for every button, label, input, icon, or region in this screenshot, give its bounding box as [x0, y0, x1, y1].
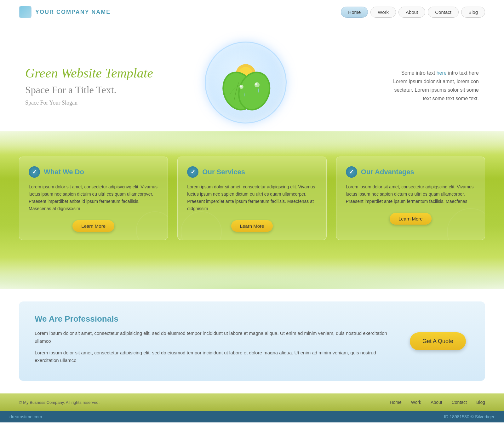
footer-nav-home[interactable]: Home: [390, 400, 401, 405]
globe-graphic: [205, 42, 287, 123]
check-icon-2: ✓: [187, 166, 198, 178]
card-footer-1: Learn More: [29, 220, 158, 232]
hero-center: [198, 42, 293, 123]
card-what-we-do: ✓ What We Do Lorem ipsum dolor sit amet,…: [19, 157, 168, 240]
svg-point-9: [255, 83, 257, 85]
footer: © My Busness Company. All rights reserve…: [0, 393, 504, 411]
watermark-right: ID 18981530 © Silvertiger: [444, 414, 495, 419]
footer-navigation: Home Work About Contact Blog: [390, 400, 485, 405]
get-quote-button[interactable]: Get A Quote: [410, 332, 466, 350]
card-header-2: ✓ Our Services: [187, 166, 317, 178]
logo-text: YOUR COMPANY NAME: [35, 9, 111, 15]
navigation: Home Work About Contact Blog: [341, 7, 485, 18]
footer-nav-blog[interactable]: Blog: [476, 400, 485, 405]
card-text-2: Lorem ipsum dolor sit amet, consectetur …: [187, 183, 317, 212]
nav-about[interactable]: About: [398, 7, 425, 18]
card-text-1: Lorem ipsum dolor sit amet, consectetur …: [29, 183, 158, 212]
hero-right: Some intro text here intro text here Lor…: [293, 69, 479, 103]
card-text-3: Lorem ipsum dolor sit amet, consectetur …: [346, 183, 475, 205]
nav-home[interactable]: Home: [341, 7, 368, 18]
nav-work[interactable]: Work: [370, 7, 396, 18]
professionals-section: We Are Professionals Lorem ipsum dolor s…: [19, 301, 485, 381]
green-section: ✓ What We Do Lorem ipsum dolor sit amet,…: [0, 131, 504, 289]
card-footer-3: Learn More: [346, 213, 475, 225]
nav-contact[interactable]: Contact: [428, 7, 459, 18]
card-header-3: ✓ Our Advantages: [346, 166, 475, 178]
intro-link[interactable]: here: [437, 70, 447, 76]
check-icon-3: ✓: [346, 166, 357, 178]
professionals-left: We Are Professionals Lorem ipsum dolor s…: [35, 314, 394, 368]
learn-more-btn-1[interactable]: Learn More: [72, 220, 114, 232]
footer-copyright: © My Busness Company. All rights reserve…: [19, 400, 100, 405]
footer-nav-work[interactable]: Work: [411, 400, 421, 405]
hero-title: Green Website Template: [25, 65, 198, 81]
professionals-text-2: Lorem ipsum dolor sit amet, consectetur …: [35, 349, 394, 365]
nav-blog[interactable]: Blog: [461, 7, 485, 18]
svg-point-7: [240, 85, 242, 87]
footer-nav-about[interactable]: About: [431, 400, 442, 405]
card-title-2: Our Services: [202, 168, 245, 176]
professionals-text-1: Lorem ipsum dolor sit amet, consectetur …: [35, 330, 394, 345]
card-footer-2: Learn More: [187, 220, 317, 232]
logo-area: YOUR COMPANY NAME: [19, 6, 111, 18]
professionals-title: We Are Professionals: [35, 314, 394, 324]
learn-more-btn-3[interactable]: Learn More: [390, 213, 432, 225]
card-our-services: ✓ Our Services Lorem ipsum dolor sit ame…: [177, 157, 326, 240]
watermark-left: dreamstime.com: [9, 414, 42, 419]
card-our-advantages: ✓ Our Advantages Lorem ipsum dolor sit a…: [336, 157, 485, 240]
hero-left: Green Website Template Space For a Title…: [25, 65, 198, 106]
leaf-illustration: [217, 54, 274, 111]
hero-subtitle: Space For a Title Text.: [25, 84, 198, 96]
logo-icon: [19, 6, 32, 18]
cards-container: ✓ What We Do Lorem ipsum dolor sit amet,…: [19, 157, 485, 240]
footer-nav-contact[interactable]: Contact: [452, 400, 467, 405]
watermark-bar: dreamstime.com ID 18981530 © Silvertiger: [0, 411, 504, 422]
check-icon-1: ✓: [29, 166, 40, 178]
hero-slogan: Space For Your Slogan: [25, 100, 198, 106]
learn-more-btn-2[interactable]: Learn More: [231, 220, 273, 232]
header: YOUR COMPANY NAME Home Work About Contac…: [0, 0, 504, 24]
hero-section: Green Website Template Space For a Title…: [0, 24, 504, 131]
card-title-1: What We Do: [44, 168, 84, 176]
professionals-right: Get A Quote: [406, 332, 469, 350]
card-header-1: ✓ What We Do: [29, 166, 158, 178]
card-title-3: Our Advantages: [361, 168, 414, 176]
